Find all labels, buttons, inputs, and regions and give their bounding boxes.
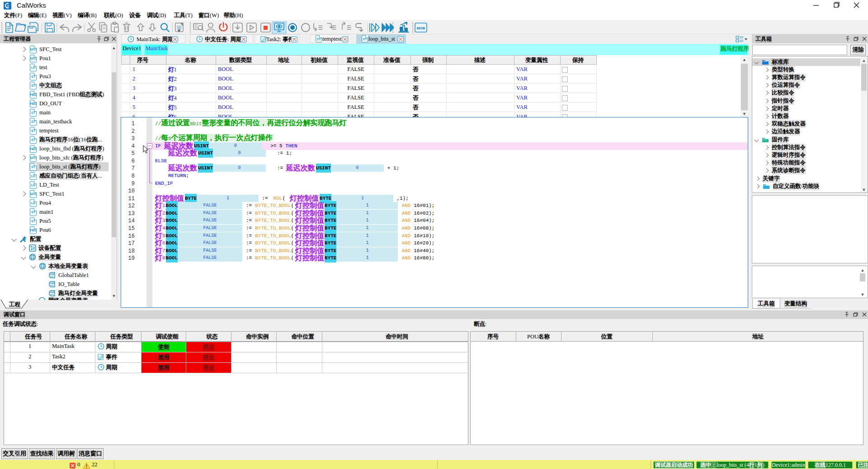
svg-text:MOB: MOB [417,26,425,30]
svg-text:VAR: VAR [49,291,54,294]
svg-text:VAR: VAR [49,282,54,285]
svg-text:VAR: VAR [49,273,54,276]
